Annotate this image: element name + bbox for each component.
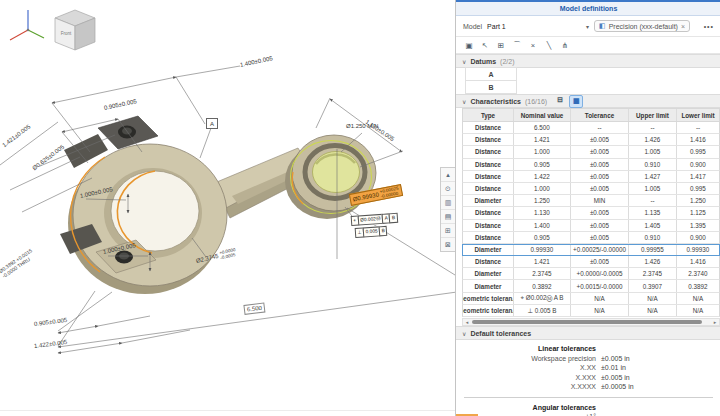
table-row[interactable]: Distance0.905±0.0050.9100.900	[462, 232, 720, 244]
angular-tolerances-title: Angular tolerances	[456, 403, 596, 413]
tolerance-label: X.XX	[456, 363, 596, 373]
table-row[interactable]: Diameter0.3892+0.0015/-0.00000.39070.389…	[462, 280, 720, 292]
select-tool-icon[interactable]: ▣	[463, 39, 475, 51]
arrow-tool-icon[interactable]: ↖	[479, 39, 491, 51]
views-toggle[interactable]: ⊠	[441, 238, 455, 251]
cell-lower: 0.900	[677, 159, 719, 170]
cell-upper: 1.135	[629, 207, 677, 218]
fcf-cell: Ø0.002Ⓜ	[357, 214, 383, 226]
datum-row[interactable]: B	[456, 81, 720, 94]
scroll-left-icon[interactable]: ◂	[463, 319, 471, 325]
orientation-triad	[10, 10, 44, 40]
table-row[interactable]: Distance1.130±0.0051.1351.125	[462, 207, 720, 219]
point-tool-icon[interactable]: ×	[527, 39, 539, 51]
characteristics-table: TypeNominal valueToleranceUpper limitLow…	[462, 108, 720, 317]
cell-type: Distance	[463, 256, 514, 267]
notes-toggle[interactable]: ⊞	[441, 224, 455, 238]
cell-type: Distance	[463, 183, 514, 194]
more-options-button[interactable]: •••	[704, 23, 714, 30]
cell-tolerance: N/A	[571, 293, 629, 304]
tolerance-value: ±0.01 in	[601, 363, 720, 373]
graphics-viewport[interactable]: Front A 6.500 Ø2.3745 +0.0000 -0.0005 Ø0…	[0, 0, 455, 416]
cell-type: Distance	[463, 134, 514, 145]
scroll-right-icon[interactable]: ▸	[711, 319, 719, 325]
table-row[interactable]: Diameter0.99930+0.00025/-0.000000.999550…	[462, 244, 720, 256]
cell-nominal: ⊥ 0.005 B	[514, 305, 571, 316]
table-header: TypeNominal valueToleranceUpper limitLow…	[462, 108, 720, 122]
cell-lower: 1.395	[677, 220, 719, 231]
table-row[interactable]: Distance1.000±0.0051.0050.995	[462, 146, 720, 158]
panel-toolbar: ▣↖⊞⌒×╲⋔	[456, 37, 720, 54]
datum-a-flag[interactable]: A	[206, 118, 218, 129]
cell-lower: 2.3740	[677, 268, 719, 279]
cell-tolerance: ±0.005	[571, 183, 629, 194]
table-row[interactable]: Geometric toleran...⌖ Ø0.002Ⓜ A BN/AN/AN…	[462, 293, 720, 305]
cell-lower: 1.416	[677, 256, 719, 267]
arc-tool-icon[interactable]: ⌒	[511, 39, 523, 51]
cell-nominal: ⌖ Ø0.002Ⓜ A B	[514, 293, 571, 304]
export-characteristics-icon[interactable]: ⊟	[554, 95, 566, 106]
table-view-button[interactable]: ▦	[569, 95, 583, 108]
fcf-cell: 0.005	[363, 226, 381, 237]
line-tool-icon[interactable]: ╲	[543, 39, 555, 51]
horizontal-scrollbar[interactable]: ◂ ▸	[462, 318, 720, 326]
characteristics-count: (16/16)	[525, 98, 547, 105]
cell-lower: 1.250	[677, 195, 719, 206]
table-row[interactable]: Distance6.500------	[462, 122, 720, 134]
datums-toggle[interactable]: ⊙	[441, 182, 455, 196]
table-row[interactable]: Distance0.905±0.0050.9100.900	[462, 159, 720, 171]
cell-tolerance: ±0.005	[571, 232, 629, 243]
collapse-button[interactable]: ▴	[441, 168, 455, 182]
table-body: Distance6.500------Distance1.421±0.0051.…	[462, 122, 720, 317]
default-tolerances-section-header[interactable]: ∨ Default tolerances	[456, 326, 720, 340]
cell-tolerance: N/A	[571, 305, 629, 316]
cell-tolerance: ±0.005	[571, 256, 629, 267]
table-row[interactable]: Diameter2.3745+0.0000/-0.00052.37452.374…	[462, 268, 720, 280]
tolerances-toggle[interactable]: ▤	[441, 210, 455, 224]
model-dropdown[interactable]: Part 1 ▾	[487, 23, 589, 30]
datums-count: (2/2)	[500, 58, 514, 65]
table-row[interactable]: Distance1.421±0.0051.4261.416	[462, 256, 720, 268]
table-row[interactable]: Diameter1.250MIN--1.250	[462, 195, 720, 207]
chip-close-icon[interactable]: ×	[681, 23, 685, 30]
scrollbar-track[interactable]	[471, 319, 711, 325]
datums-section-label: Datums	[470, 58, 496, 65]
characteristics-section-header[interactable]: ∨ Characteristics (16/16) ⊟▦	[456, 94, 720, 108]
chevron-down-icon: ▾	[586, 23, 589, 30]
dimensions-toggle[interactable]: ▥	[441, 196, 455, 210]
tolerance-value: ±0.005 in	[601, 354, 720, 364]
cell-type: Distance	[463, 122, 514, 133]
cell-nominal: 1.000	[514, 183, 571, 194]
table-row[interactable]: Distance1.000±0.0051.0050.995	[462, 183, 720, 195]
scrollbar-thumb[interactable]	[472, 320, 702, 324]
dim-1-250-min[interactable]: Ø1.250 MIN	[346, 123, 378, 129]
cell-upper: 0.99955	[629, 244, 677, 255]
tolerance-value: ±0.005 in	[601, 373, 720, 383]
cell-nominal: 0.99930	[514, 244, 571, 255]
cell-lower: 1.416	[677, 134, 719, 145]
tolerance-row: Workspace precision±0.005 in	[456, 354, 720, 364]
datums-section-header[interactable]: ∨ Datums (2/2)	[456, 54, 720, 68]
cell-type: Diameter	[463, 244, 514, 255]
spline-tool-icon[interactable]: ⋔	[559, 39, 571, 51]
table-row[interactable]: Distance1.400±0.0051.4051.395	[462, 220, 720, 232]
table-row[interactable]: Distance1.421±0.0051.4261.416	[462, 134, 720, 146]
cell-tolerance: --	[571, 122, 629, 133]
table-row[interactable]: Distance1.422±0.0051.4271.417	[462, 171, 720, 183]
fcf-cell: B	[389, 213, 398, 224]
cell-tolerance: +0.00025/-0.00000	[571, 244, 629, 255]
precision-chip-label: Precision (xxx-default)	[609, 23, 678, 30]
cell-lower: 0.99930	[677, 244, 719, 255]
viewcube-front-face[interactable]: Front	[55, 31, 77, 36]
dimension-tool-icon[interactable]: ⊞	[495, 39, 507, 51]
cell-tolerance: MIN	[571, 195, 629, 206]
cell-tolerance: ±0.005	[571, 171, 629, 182]
precision-icon: ◧	[599, 22, 606, 30]
cell-lower: 1.125	[677, 207, 719, 218]
datum-label: A	[465, 67, 517, 81]
cell-tolerance: ±0.005	[571, 159, 629, 170]
table-row[interactable]: Geometric toleran...⊥ 0.005 BN/AN/AN/A	[462, 305, 720, 317]
tolerance-label: Workspace precision	[456, 354, 596, 364]
datum-list: AB	[456, 68, 720, 94]
cell-lower: N/A	[677, 293, 719, 304]
